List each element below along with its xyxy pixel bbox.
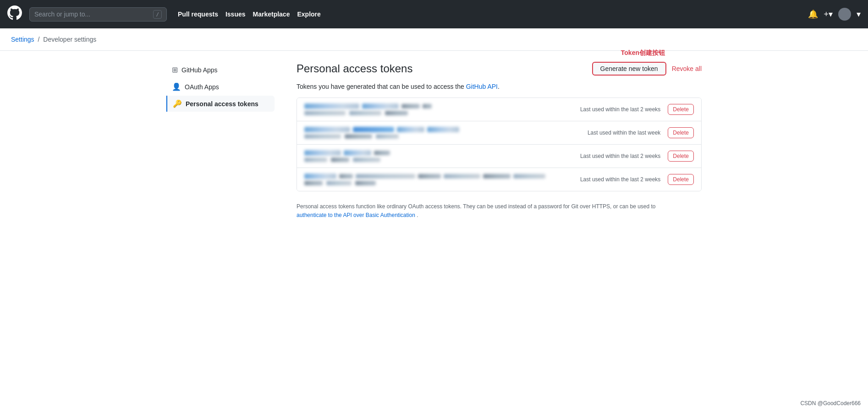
token-name-blur3: [356, 174, 415, 179]
footer-end: .: [417, 212, 418, 218]
token-item: Last used within the last 2 weeks Delete: [297, 98, 701, 121]
breadcrumb-separator: /: [38, 36, 39, 43]
delete-token-button[interactable]: Delete: [668, 174, 694, 185]
token-meta-blur3: [355, 181, 376, 185]
token-meta: [304, 157, 580, 162]
token-meta-blur3: [385, 111, 408, 115]
footer-note: Personal access tokens function like ord…: [297, 202, 702, 220]
breadcrumb-settings[interactable]: Settings: [11, 36, 34, 43]
github-api-link[interactable]: GitHub API: [466, 83, 498, 90]
token-name-blur7: [513, 174, 545, 179]
token-name: [304, 103, 580, 109]
token-meta: [304, 181, 580, 185]
token-name-blur6: [483, 174, 511, 179]
avatar[interactable]: [838, 8, 851, 21]
token-name: [304, 150, 580, 156]
delete-token-button[interactable]: Delete: [668, 127, 694, 138]
token-meta-blur: [304, 181, 323, 185]
layout: ⊞ GitHub Apps 👤 OAuth Apps 🔑 Personal ac…: [159, 51, 709, 231]
token-name-blur: [304, 127, 350, 132]
sidebar-item-personal-access-tokens[interactable]: 🔑 Personal access tokens: [166, 96, 275, 112]
token-right: Last used within the last 2 weeks Delete: [580, 104, 694, 115]
token-right: Last used within the last week Delete: [588, 127, 694, 138]
sidebar-item-github-apps[interactable]: ⊞ GitHub Apps: [166, 62, 275, 78]
pat-icon: 🔑: [173, 99, 182, 108]
token-name-blur2: [353, 127, 394, 132]
nav-pull-requests[interactable]: Pull requests: [178, 11, 218, 18]
token-name: [304, 173, 580, 179]
token-meta-blur2: [345, 134, 372, 139]
footer-note-text: Personal access tokens function like ord…: [297, 203, 656, 210]
breadcrumb-current: Developer settings: [43, 36, 96, 43]
header-nav: Pull requests Issues Marketplace Explore: [178, 11, 321, 18]
revoke-all-button[interactable]: Revoke all: [672, 65, 702, 72]
sidebar: ⊞ GitHub Apps 👤 OAuth Apps 🔑 Personal ac…: [166, 62, 286, 220]
token-meta-blur2: [349, 111, 381, 115]
page-header-actions: Token创建按钮 Generate new token Revoke all: [592, 62, 702, 76]
delete-token-button[interactable]: Delete: [668, 104, 694, 115]
token-info: [304, 103, 580, 115]
token-name-blur3: [401, 104, 420, 108]
search-shortcut: /: [153, 10, 162, 19]
token-info: [304, 150, 580, 162]
token-last-used: Last used within the last 2 weeks: [580, 106, 660, 113]
nav-marketplace[interactable]: Marketplace: [253, 11, 290, 18]
token-item: Last used within the last 2 weeks Delete: [297, 145, 701, 168]
token-item: Last used within the last 2 weeks Delete: [297, 168, 701, 191]
annotation-label: Token创建按钮: [621, 49, 665, 57]
token-name-blur4: [418, 174, 441, 179]
token-right: Last used within the last 2 weeks Delete: [580, 151, 694, 162]
main-content: Personal access tokens Token创建按钮 Generat…: [286, 62, 702, 220]
token-last-used: Last used within the last week: [588, 130, 660, 136]
sidebar-label-github-apps: GitHub Apps: [181, 66, 218, 74]
token-meta-blur: [304, 157, 327, 162]
token-item: Last used within the last week Delete: [297, 121, 701, 145]
sidebar-item-oauth-apps[interactable]: 👤 OAuth Apps: [166, 79, 275, 95]
search-placeholder: Search or jump to...: [34, 11, 149, 18]
token-right: Last used within the last 2 weeks Delete: [580, 174, 694, 185]
user-menu-chevron[interactable]: ▾: [857, 9, 861, 19]
token-name-blur2: [339, 174, 353, 179]
token-name-blur2: [344, 150, 371, 156]
token-meta-blur2: [326, 181, 352, 185]
header-right: 🔔 +▾ ▾: [808, 8, 861, 21]
page-header: Personal access tokens Token创建按钮 Generat…: [297, 62, 702, 76]
token-meta-blur2: [331, 157, 349, 162]
github-apps-icon: ⊞: [172, 65, 178, 74]
token-name-blur4: [423, 104, 432, 108]
nav-explore[interactable]: Explore: [297, 11, 320, 18]
oauth-apps-icon: 👤: [172, 82, 181, 91]
notifications-icon[interactable]: 🔔: [808, 9, 818, 19]
token-name: [304, 127, 588, 132]
footer-link[interactable]: authenticate to the API over Basic Authe…: [297, 212, 415, 218]
token-meta-blur: [304, 134, 341, 139]
token-list: Last used within the last 2 weeks Delete: [297, 98, 702, 191]
breadcrumb: Settings / Developer settings: [0, 28, 868, 51]
token-name-blur3: [374, 151, 390, 155]
add-icon[interactable]: +▾: [824, 9, 833, 19]
token-name-blur4: [427, 127, 459, 132]
description-text: Tokens you have generated that can be us…: [297, 83, 464, 90]
token-last-used: Last used within the last 2 weeks: [580, 176, 660, 183]
token-meta-blur3: [353, 157, 380, 162]
delete-token-button[interactable]: Delete: [668, 151, 694, 162]
search-box[interactable]: Search or jump to... /: [29, 7, 167, 22]
token-name-blur2: [362, 103, 399, 109]
description: Tokens you have generated that can be us…: [297, 83, 702, 90]
token-info: [304, 173, 580, 185]
page-title: Personal access tokens: [297, 62, 412, 75]
token-last-used: Last used within the last 2 weeks: [580, 153, 660, 159]
sidebar-label-personal-access-tokens: Personal access tokens: [186, 100, 258, 108]
sidebar-label-oauth-apps: OAuth Apps: [185, 83, 219, 91]
token-name-blur: [304, 150, 341, 156]
github-logo[interactable]: [7, 5, 22, 23]
generate-new-token-button[interactable]: Generate new token: [592, 62, 666, 76]
site-header: Search or jump to... / Pull requests Iss…: [0, 0, 868, 28]
token-meta-blur: [304, 111, 346, 115]
token-meta: [304, 111, 580, 115]
token-name-blur3: [397, 127, 424, 132]
token-name-blur5: [444, 174, 480, 179]
nav-issues[interactable]: Issues: [225, 11, 246, 18]
token-meta: [304, 134, 588, 139]
token-meta-blur3: [376, 134, 399, 139]
